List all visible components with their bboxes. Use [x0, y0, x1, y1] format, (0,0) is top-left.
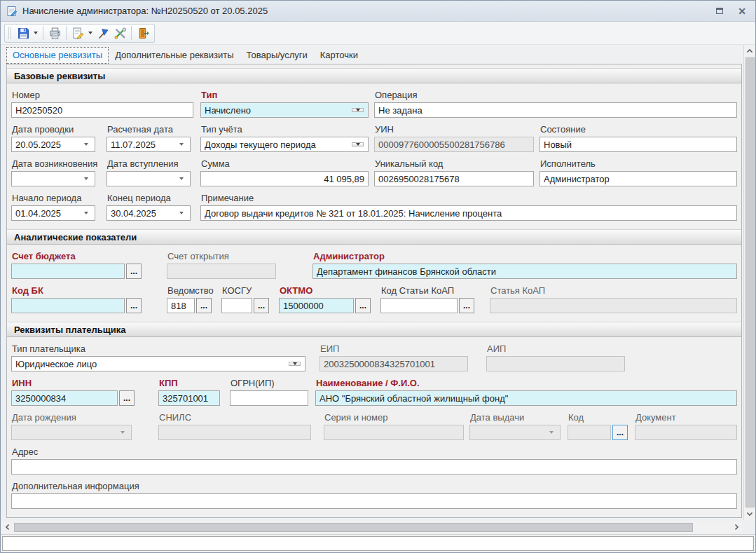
kpp-input[interactable]: 325701001 — [158, 390, 220, 406]
scroll-left-icon[interactable] — [3, 523, 12, 531]
field-label: ОКТМО — [280, 285, 371, 296]
summa-input[interactable]: 41 095,89 — [200, 171, 369, 186]
form-row: Номер Н20250520 Тип Начислено Операция Н… — [7, 90, 741, 118]
scrollbar-corner — [743, 521, 755, 533]
primechanie-input[interactable]: Договор выдачи кредитов № 321 от 18.01.2… — [200, 205, 737, 221]
adres-input[interactable] — [11, 459, 737, 475]
operaciya-input[interactable]: Не задана — [374, 102, 737, 118]
inn-input[interactable]: 3250000834 — [11, 390, 118, 406]
edit-dropdown-button[interactable] — [86, 25, 95, 41]
ispolnitel-input[interactable]: Администратор — [539, 171, 737, 186]
field-adres: Адрес — [11, 446, 737, 475]
vedomstvo-lookup-button[interactable]: ... — [196, 298, 212, 313]
ogrn-input[interactable] — [230, 390, 308, 406]
tab-dopolnitelnye-rekvizity[interactable]: Дополнительные реквизиты — [109, 47, 240, 64]
chevron-down-icon[interactable] — [177, 143, 186, 146]
field-operaciya: Операция Не задана — [374, 90, 737, 118]
vertical-scrollbar[interactable] — [743, 45, 755, 520]
field-label: Расчетная дата — [107, 124, 191, 135]
field-label: ОГРН(ИП) — [231, 378, 308, 388]
field-label: Уникальный код — [375, 158, 534, 169]
administrator-input[interactable]: Департамент финансов Брянской области — [312, 264, 737, 279]
field-label: УИН — [375, 124, 534, 135]
chevron-down-icon[interactable] — [81, 212, 91, 214]
chevron-down-icon — [547, 431, 556, 434]
oktmo-input[interactable]: 15000000 — [279, 298, 354, 313]
send-flag-button[interactable] — [95, 25, 111, 41]
sostoyanie-input[interactable]: Новый — [539, 137, 737, 152]
kod-stati-koap-lookup-button[interactable]: ... — [459, 298, 474, 313]
dokument-input — [635, 425, 737, 440]
vedomstvo-input[interactable]: 818 — [167, 298, 195, 313]
schet-byudzheta-lookup-button[interactable]: ... — [126, 264, 142, 279]
exit-door-button[interactable] — [135, 25, 151, 41]
tab-osnovnye-rekvizity[interactable]: Основные реквизиты — [6, 47, 109, 64]
field-label: Дата рождения — [12, 412, 132, 423]
scroll-down-icon[interactable] — [745, 510, 755, 518]
chevron-down-icon[interactable] — [81, 177, 91, 180]
nomer-input[interactable]: Н20250520 — [11, 102, 193, 118]
status-bar — [1, 534, 755, 552]
field-administrator: Администратор Департамент финансов Брянс… — [312, 251, 737, 279]
toolbar-grip[interactable] — [8, 27, 11, 39]
horizontal-scrollbar[interactable] — [1, 521, 743, 533]
horizontal-scroll-thumb[interactable] — [14, 523, 693, 532]
field-label: ИНН — [12, 378, 135, 388]
field-ispolnitel: Исполнитель Администратор — [539, 158, 737, 186]
chevron-down-icon[interactable] — [81, 143, 91, 146]
tip-platelshika-combobox[interactable]: Юридическое лицо — [11, 356, 305, 371]
app-window: Начисление администратора: №Н20250520 от… — [0, 0, 756, 553]
kod-stati-koap-input[interactable] — [380, 298, 458, 313]
field-label: Адрес — [12, 446, 737, 457]
oktmo-lookup-button[interactable]: ... — [355, 298, 371, 313]
chevron-down-icon[interactable] — [352, 108, 364, 112]
dop-info-input[interactable] — [11, 493, 737, 509]
chevron-down-icon[interactable] — [177, 212, 186, 214]
kosgu-lookup-button[interactable]: ... — [254, 298, 269, 313]
main-area: Основные реквизиты Дополнительные реквиз… — [1, 45, 755, 520]
konec-perioda-datepicker[interactable]: 30.04.2025 — [106, 205, 191, 221]
aip-input — [486, 356, 625, 371]
chevron-down-icon[interactable] — [289, 362, 301, 366]
raschetnaya-data-datepicker[interactable]: 11.07.2025 — [106, 137, 191, 152]
print-button[interactable] — [46, 25, 63, 41]
tab-tovary-uslugi[interactable]: Товары/услуги — [240, 47, 314, 64]
kosgu-input[interactable] — [221, 298, 252, 313]
close-button[interactable]: ✕ — [736, 5, 748, 18]
kod-bk-input[interactable] — [11, 298, 125, 313]
kod-lookup-button[interactable]: ... — [612, 425, 628, 440]
field-label: Счет открытия — [167, 251, 276, 261]
data-vstupleniya-datepicker[interactable] — [106, 171, 191, 186]
schet-byudzheta-input[interactable] — [11, 264, 125, 279]
tools-button[interactable] — [111, 25, 128, 41]
tab-kartochki[interactable]: Карточки — [314, 47, 364, 64]
section-header-payer: Реквизиты плательщика — [7, 322, 741, 337]
seriya-nomer-input — [324, 425, 464, 440]
scroll-right-icon[interactable] — [731, 523, 741, 531]
tip-ucheta-combobox[interactable]: Доходы текущего периода — [200, 137, 369, 152]
field-data-vozniknoveniya: Дата возникновения — [11, 158, 95, 186]
tip-combobox[interactable]: Начислено — [200, 102, 369, 118]
field-label: Серия и номер — [324, 412, 464, 423]
field-label: Конец периода — [107, 193, 191, 203]
field-kod-stati-koap: Код Статьи КоАП ... — [380, 285, 474, 313]
data-provodki-datepicker[interactable]: 20.05.2025 — [11, 137, 95, 152]
chevron-down-icon[interactable] — [352, 142, 364, 146]
edit-document-button[interactable] — [69, 25, 86, 41]
nachalo-perioda-datepicker[interactable]: 01.04.2025 — [11, 205, 95, 221]
data-vozniknoveniya-datepicker[interactable] — [11, 171, 95, 186]
scroll-up-icon[interactable] — [745, 47, 755, 55]
maximize-button[interactable] — [713, 5, 726, 18]
save-dropdown-button[interactable] — [32, 25, 40, 41]
inn-lookup-button[interactable]: ... — [119, 390, 135, 406]
kod-bk-lookup-button[interactable]: ... — [126, 298, 142, 313]
field-tip-platelshika: Тип плательщика Юридическое лицо — [11, 343, 305, 371]
naimenovanie-input[interactable]: АНО "Брянский областной жилищный фонд" — [315, 390, 737, 406]
unikalny-kod-input[interactable]: 0026950028175678 — [374, 171, 534, 186]
field-label: Дополнительная информация — [12, 481, 737, 491]
field-label: Номер — [12, 90, 193, 100]
save-button[interactable] — [15, 25, 32, 41]
vertical-scroll-thumb[interactable] — [745, 57, 755, 507]
field-label: АИП — [487, 343, 625, 354]
chevron-down-icon[interactable] — [177, 177, 186, 180]
